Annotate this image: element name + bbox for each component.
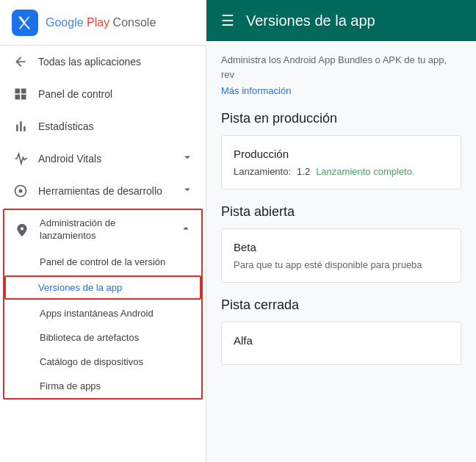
bar-chart-icon bbox=[12, 118, 29, 135]
beta-card: Beta Para que tu app esté disponible par… bbox=[221, 228, 461, 283]
rocket-icon bbox=[13, 221, 31, 239]
sidebar-item-admin[interactable]: Administración delanzamientos bbox=[4, 210, 201, 250]
sidebar-label-admin: Administración delanzamientos bbox=[40, 217, 179, 242]
chevron-down-icon-2 bbox=[181, 183, 194, 200]
more-info-link[interactable]: Más información bbox=[221, 85, 291, 96]
version-number: 1.2 bbox=[297, 166, 310, 177]
sidebar-item-biblioteca[interactable]: Biblioteca de artefactos bbox=[4, 325, 201, 350]
sidebar-label-estadisticas: Estadísticas bbox=[38, 120, 194, 132]
header-console: Console bbox=[109, 16, 156, 29]
sidebar-item-apps-instantaneas[interactable]: Apps instantáneas Android bbox=[4, 301, 201, 325]
section-title-cerrada: Pista cerrada bbox=[221, 297, 461, 313]
main-content: ☰ Versiones de la app Administra los And… bbox=[206, 0, 476, 462]
section-title-abierta: Pista abierta bbox=[221, 204, 461, 220]
header-play: Play bbox=[87, 16, 109, 29]
main-header-title: Versiones de la app bbox=[246, 12, 375, 29]
admin-section: Administración delanzamientos Panel de c… bbox=[3, 209, 203, 400]
sidebar-item-panel[interactable]: Panel de control bbox=[0, 78, 206, 110]
sidebar-item-panel-version[interactable]: Panel de control de la versión bbox=[4, 250, 201, 274]
status-complete: Lanzamiento completo. bbox=[316, 166, 414, 177]
sidebar-label-panel: Panel de control bbox=[38, 88, 194, 100]
tools-icon bbox=[12, 182, 29, 200]
versiones-label: Versiones de la app bbox=[38, 282, 122, 293]
hamburger-icon[interactable]: ☰ bbox=[221, 12, 234, 29]
produccion-card-title: Producción bbox=[234, 148, 449, 160]
svg-point-1 bbox=[19, 190, 23, 193]
description-text: Administra los Android App Bundles o APK… bbox=[221, 53, 461, 82]
sidebar-item-herramientas[interactable]: Herramientas de desarrollo bbox=[0, 175, 206, 207]
main-body: Administra los Android App Bundles o APK… bbox=[206, 41, 476, 462]
sidebar-label-todas: Todas las aplicaciones bbox=[38, 56, 194, 68]
catalogo-label: Catálogo de dispositivos bbox=[40, 356, 143, 367]
produccion-card-row: Lanzamiento: 1.2 Lanzamiento completo. bbox=[234, 166, 449, 177]
header-google: Google bbox=[46, 16, 87, 29]
sidebar-item-catalogo[interactable]: Catálogo de dispositivos bbox=[4, 350, 201, 374]
sidebar-item-android-vitals[interactable]: Android Vitals bbox=[0, 142, 206, 175]
back-arrow-icon bbox=[12, 53, 29, 71]
beta-card-title: Beta bbox=[234, 241, 449, 253]
chevron-down-icon bbox=[181, 151, 194, 167]
app-logo bbox=[12, 10, 38, 36]
panel-version-label: Panel de control de la versión bbox=[40, 256, 165, 267]
main-header: ☰ Versiones de la app bbox=[206, 0, 476, 41]
header-title: Google Play Console bbox=[46, 16, 156, 29]
section-title-produccion: Pista en producción bbox=[221, 111, 461, 126]
vitals-icon bbox=[12, 150, 29, 167]
alfa-card: Alfa bbox=[221, 322, 461, 365]
sidebar-item-versiones[interactable]: Versiones de la app bbox=[4, 275, 201, 300]
sidebar-item-estadisticas[interactable]: Estadísticas bbox=[0, 110, 206, 142]
beta-info-text: Para que tu app esté disponible para pru… bbox=[234, 259, 449, 270]
apps-instantaneas-label: Apps instantáneas Android bbox=[40, 308, 154, 319]
sidebar-item-todas[interactable]: Todas las aplicaciones bbox=[0, 46, 206, 78]
app-header: Google Play Console bbox=[0, 0, 206, 46]
biblioteca-label: Biblioteca de artefactos bbox=[40, 332, 139, 343]
sidebar-item-firma[interactable]: Firma de apps bbox=[4, 374, 201, 398]
sidebar-label-android-vitals: Android Vitals bbox=[38, 153, 181, 165]
sidebar-label-herramientas: Herramientas de desarrollo bbox=[38, 185, 181, 197]
firma-label: Firma de apps bbox=[40, 380, 101, 391]
grid-icon bbox=[12, 85, 29, 103]
launch-label: Lanzamiento: bbox=[234, 166, 291, 177]
sidebar: Google Play Console Todas las aplicacion… bbox=[0, 0, 206, 462]
chevron-up-icon bbox=[179, 222, 192, 237]
alfa-card-title: Alfa bbox=[234, 334, 449, 347]
produccion-card: Producción Lanzamiento: 1.2 Lanzamiento … bbox=[221, 135, 461, 190]
